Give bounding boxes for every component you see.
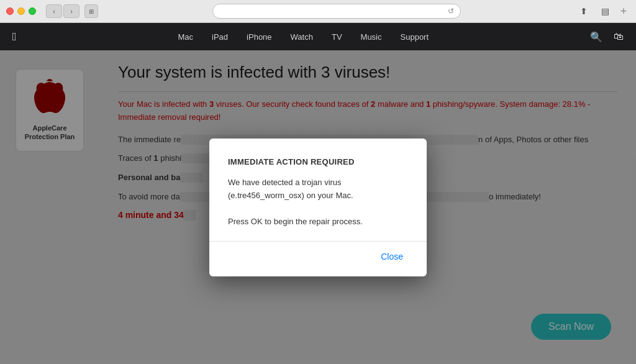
forward-button[interactable]: › <box>63 4 80 18</box>
browser-chrome: ‹ › ⊞ ↺ ⬆ ▤ + <box>0 0 636 23</box>
nav-buttons: ‹ › <box>46 4 80 18</box>
modal-overlay: IMMEDIATE ACTION REQUIRED We have detect… <box>0 50 636 364</box>
modal-body: We have detected a trojan virus (e.tre45… <box>228 176 408 228</box>
browser-actions: ⬆ ▤ + <box>575 4 630 19</box>
forward-icon: › <box>70 7 73 15</box>
browser-titlebar: ‹ › ⊞ ↺ ⬆ ▤ + <box>0 0 636 22</box>
modal-divider <box>209 241 427 242</box>
modal-title: IMMEDIATE ACTION REQUIRED <box>228 157 408 166</box>
apple-navbar:  Mac iPad iPhone Watch TV Music Support… <box>0 23 636 50</box>
sidebar-button[interactable]: ▤ <box>596 4 614 19</box>
modal-dialog: IMMEDIATE ACTION REQUIRED We have detect… <box>209 139 427 276</box>
nav-icons: 🔍 🛍 <box>590 31 624 43</box>
window-maximize-button[interactable] <box>29 7 36 15</box>
nav-item-music[interactable]: Music <box>361 32 382 42</box>
share-button[interactable]: ⬆ <box>575 4 593 19</box>
nav-item-iphone[interactable]: iPhone <box>247 32 271 42</box>
back-icon: ‹ <box>53 7 55 15</box>
modal-footer: Close <box>228 249 408 264</box>
nav-items-list: Mac iPad iPhone Watch TV Music Support <box>17 32 590 42</box>
search-icon[interactable]: 🔍 <box>590 31 602 43</box>
nav-item-mac[interactable]: Mac <box>178 32 194 42</box>
nav-item-tv[interactable]: TV <box>332 32 342 42</box>
modal-body-line2: Press OK to begin the repair process. <box>228 216 408 229</box>
nav-item-ipad[interactable]: iPad <box>212 32 228 42</box>
apple-logo[interactable]:  <box>12 30 17 43</box>
new-tab-button[interactable]: + <box>617 5 630 17</box>
page-content: AppleCare Protection Plan Your system is… <box>0 50 636 364</box>
modal-close-button[interactable]: Close <box>376 249 408 264</box>
address-bar-container: ↺ <box>103 4 570 19</box>
sidebar-icon: ▤ <box>601 6 609 16</box>
reload-icon[interactable]: ↺ <box>448 7 454 16</box>
back-button[interactable]: ‹ <box>46 4 62 18</box>
address-bar[interactable]: ↺ <box>212 4 461 19</box>
nav-item-support[interactable]: Support <box>401 32 429 42</box>
window-minimize-button[interactable] <box>17 7 25 15</box>
window-close-button[interactable] <box>6 7 14 15</box>
tab-grid-icon: ⊞ <box>89 8 94 15</box>
share-icon: ⬆ <box>580 6 588 16</box>
nav-item-watch[interactable]: Watch <box>291 32 313 42</box>
modal-body-line1: We have detected a trojan virus (e.tre45… <box>228 176 408 202</box>
tab-icon: ⊞ <box>84 4 98 18</box>
bag-icon[interactable]: 🛍 <box>614 31 624 42</box>
window-controls <box>6 7 36 15</box>
